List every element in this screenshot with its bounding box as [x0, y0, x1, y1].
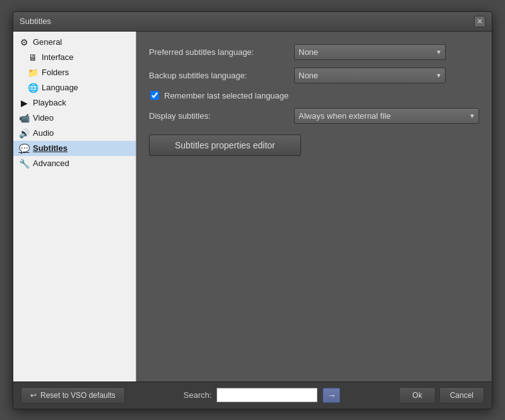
search-arrow-icon: → — [327, 390, 336, 400]
remember-checkbox[interactable] — [150, 91, 159, 100]
sidebar-item-playback[interactable]: ▶ Playback — [13, 95, 136, 111]
search-input[interactable] — [217, 388, 318, 402]
sidebar-item-video[interactable]: 📹 Video — [13, 111, 136, 126]
display-subtitles-select-wrapper: Always when external file Always Never W… — [294, 108, 479, 124]
bottom-right: Ok Cancel — [399, 387, 484, 404]
close-button[interactable]: ✕ — [474, 16, 485, 27]
backup-language-select-wrapper: None English French German Spanish — [294, 68, 446, 83]
sidebar-item-interface[interactable]: 🖥 Interface — [13, 50, 136, 65]
sidebar-label-playback: Playback — [33, 98, 66, 107]
content-area: ⚙ General 🖥 Interface 📁 Folders 🌐 Langua… — [13, 32, 492, 381]
language-icon: 🌐 — [27, 82, 39, 93]
ok-button[interactable]: Ok — [399, 387, 435, 404]
remember-checkbox-row: Remember last selected language — [149, 91, 479, 100]
dialog-title: Subtitles — [20, 16, 51, 26]
video-icon: 📹 — [18, 112, 30, 124]
search-arrow-button[interactable]: → — [323, 388, 340, 403]
sidebar-label-folders: Folders — [42, 68, 69, 77]
reset-label: Reset to VSO defaults — [40, 391, 116, 400]
sidebar: ⚙ General 🖥 Interface 📁 Folders 🌐 Langua… — [13, 32, 136, 381]
preferred-language-row: Preferred subtitles language: None Engli… — [149, 44, 479, 60]
subtitles-dialog: Subtitles ✕ ⚙ General 🖥 Interface 📁 Fold… — [13, 11, 492, 409]
sidebar-label-general: General — [33, 37, 62, 47]
sidebar-label-audio: Audio — [33, 128, 54, 138]
audio-icon: 🔊 — [18, 128, 30, 139]
folders-icon: 📁 — [27, 67, 39, 78]
editor-button[interactable]: Subtitles properties editor — [149, 135, 301, 156]
sidebar-item-subtitles[interactable]: 💬 Subtitles — [13, 141, 136, 156]
advanced-icon: 🔧 — [18, 158, 30, 169]
sidebar-label-subtitles: Subtitles — [33, 143, 68, 153]
search-area: Search: → — [184, 388, 341, 403]
sidebar-label-language: Language — [42, 83, 78, 92]
cancel-button[interactable]: Cancel — [439, 387, 484, 404]
backup-language-select[interactable]: None English French German Spanish — [294, 68, 446, 83]
interface-icon: 🖥 — [27, 52, 39, 63]
preferred-language-select-wrapper: None English French German Spanish — [294, 44, 446, 60]
sidebar-label-interface: Interface — [42, 52, 74, 62]
sidebar-item-advanced[interactable]: 🔧 Advanced — [13, 156, 136, 171]
reset-icon: ↩ — [30, 391, 37, 400]
general-icon: ⚙ — [18, 37, 30, 48]
bottom-left: ↩ Reset to VSO defaults — [21, 387, 125, 404]
preferred-language-select[interactable]: None English French German Spanish — [294, 44, 446, 60]
display-subtitles-select[interactable]: Always when external file Always Never W… — [294, 108, 479, 124]
preferred-language-label: Preferred subtitles language: — [149, 47, 288, 57]
backup-language-row: Backup subtitles language: None English … — [149, 68, 479, 83]
display-subtitles-label: Display subtitles: — [149, 111, 288, 121]
sidebar-item-general[interactable]: ⚙ General — [13, 35, 136, 50]
search-label: Search: — [184, 390, 212, 400]
backup-language-label: Backup subtitles language: — [149, 71, 288, 80]
remember-label: Remember last selected language — [164, 91, 288, 100]
bottom-bar: ↩ Reset to VSO defaults Search: → Ok Can… — [13, 381, 492, 409]
title-bar: Subtitles ✕ — [13, 12, 492, 32]
sidebar-item-audio[interactable]: 🔊 Audio — [13, 126, 136, 141]
subtitles-icon: 💬 — [18, 143, 30, 154]
sidebar-label-video: Video — [33, 113, 54, 123]
main-panel: Preferred subtitles language: None Engli… — [136, 32, 492, 381]
playback-icon: ▶ — [18, 97, 30, 109]
reset-button[interactable]: ↩ Reset to VSO defaults — [21, 387, 125, 404]
display-subtitles-row: Display subtitles: Always when external … — [149, 108, 479, 124]
sidebar-label-advanced: Advanced — [33, 159, 69, 168]
sidebar-item-folders[interactable]: 📁 Folders — [13, 65, 136, 80]
sidebar-item-language[interactable]: 🌐 Language — [13, 80, 136, 95]
